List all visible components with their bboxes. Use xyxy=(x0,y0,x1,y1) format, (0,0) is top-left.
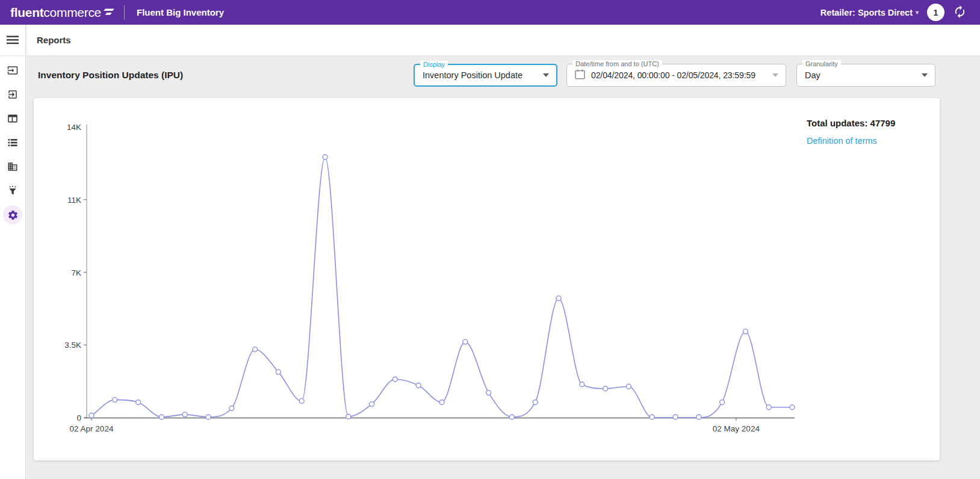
filter-icon xyxy=(7,185,18,196)
datetime-range-field[interactable]: Date/time from and to (UTC) 02/04/2024, … xyxy=(566,64,786,87)
granularity-select[interactable]: Granularity Day xyxy=(796,64,935,87)
svg-text:02 May 2024: 02 May 2024 xyxy=(713,424,760,433)
ipu-line-chart: 03.5K7K11K14K02 Apr 202402 May 2024 xyxy=(34,98,940,460)
logo-text-light: commerce xyxy=(43,5,101,20)
retailer-selector[interactable]: Retailer: Sports Direct ▾ xyxy=(820,8,919,17)
refresh-button[interactable] xyxy=(953,5,967,20)
logout-icon xyxy=(7,89,18,100)
logo-text-bold: fluent xyxy=(10,5,43,20)
content-area: Inventory Position Updates (IPU) Display… xyxy=(26,56,980,479)
chart-card: 03.5K7K11K14K02 Apr 202402 May 2024 Tota… xyxy=(34,98,940,460)
active-item-highlight xyxy=(3,205,22,224)
svg-text:11K: 11K xyxy=(67,196,81,205)
refresh-icon xyxy=(953,5,967,20)
topbar-divider xyxy=(124,5,125,20)
fluentcommerce-logo[interactable]: fluentcommerce xyxy=(10,5,114,20)
sidebar-item-settings[interactable] xyxy=(2,205,23,224)
chevron-down-icon: ▾ xyxy=(916,9,919,16)
datetime-field-label: Date/time from and to (UTC) xyxy=(572,60,662,68)
organization-icon xyxy=(7,161,18,172)
definition-of-terms-link[interactable]: Definition of terms xyxy=(807,136,877,146)
menu-toggle-button[interactable] xyxy=(2,31,23,50)
left-sidebar xyxy=(0,25,26,479)
svg-text:3.5K: 3.5K xyxy=(64,341,81,350)
svg-text:7K: 7K xyxy=(71,268,81,277)
hamburger-menu-icon xyxy=(7,36,19,45)
sidebar-item-outbound[interactable] xyxy=(2,85,23,104)
sidebar-item-filter[interactable] xyxy=(2,181,23,200)
app-title: Fluent Big Inventory xyxy=(137,7,224,17)
chevron-down-icon xyxy=(922,73,928,77)
list-icon xyxy=(7,137,18,148)
sidebar-item-list[interactable] xyxy=(2,133,23,152)
display-select-value: Inventory Position Update xyxy=(415,70,523,80)
granularity-select-label: Granularity xyxy=(802,60,841,68)
display-select[interactable]: Display Inventory Position Update xyxy=(414,64,557,87)
calendar-icon xyxy=(574,69,586,82)
chevron-down-icon xyxy=(543,73,549,77)
page-title: Reports xyxy=(37,35,71,45)
report-heading: Inventory Position Updates (IPU) xyxy=(38,70,183,81)
svg-text:0: 0 xyxy=(76,413,81,422)
svg-text:02 Apr 2024: 02 Apr 2024 xyxy=(70,424,114,433)
sidebar-item-browser[interactable] xyxy=(2,109,23,128)
page-header: Reports xyxy=(26,25,980,56)
browser-icon xyxy=(7,113,18,124)
settings-gear-icon xyxy=(7,209,19,221)
login-icon xyxy=(7,65,18,76)
svg-text:14K: 14K xyxy=(67,123,81,132)
display-select-label: Display xyxy=(420,61,448,69)
sidebar-item-organization[interactable] xyxy=(2,157,23,176)
retailer-label: Retailer: Sports Direct xyxy=(820,8,913,17)
chevron-down-icon xyxy=(772,73,778,77)
datetime-field-value: 02/04/2024, 00:00:00 - 02/05/2024, 23:59… xyxy=(591,70,755,80)
badge-count: 1 xyxy=(934,8,938,17)
sidebar-item-inbound[interactable] xyxy=(2,61,23,80)
top-bar: fluentcommerce Fluent Big Inventory Reta… xyxy=(0,0,980,25)
total-updates-text: Total updates: 47799 xyxy=(807,118,895,128)
notification-badge[interactable]: 1 xyxy=(927,4,944,21)
logo-glyph-icon xyxy=(103,7,114,18)
granularity-select-value: Day xyxy=(797,70,820,80)
